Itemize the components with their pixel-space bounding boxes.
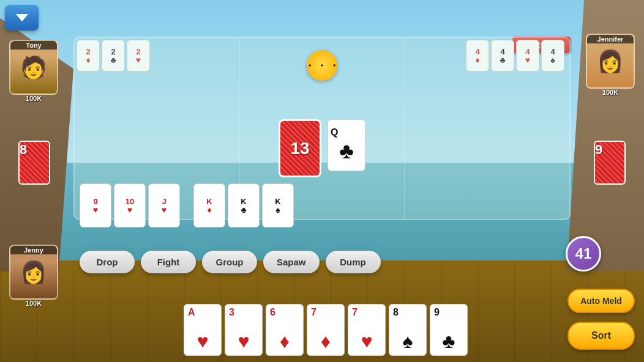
side-card-right: 9 [594,141,626,185]
player-jenny-panel: Jenny 👩 100K [9,245,58,307]
thinking-emoji: ・・・ [307,50,337,81]
side-card-left: 8 [18,141,50,185]
tony-avatar: Tony 🧑 [9,40,58,95]
drop-button[interactable]: Drop [80,251,135,273]
mid-cards-row: 9 ♥ 10 ♥ J ♥ K ♦ K ♣ K ♠ [80,183,294,227]
chevron-down-icon [13,12,31,24]
right-face-down-card[interactable]: 9 [594,141,626,185]
bottom-card-7d[interactable]: 7 ♦ [307,304,345,356]
mid-card-10h[interactable]: 10 ♥ [114,183,146,227]
tony-name: Tony [10,41,57,50]
sapaw-button[interactable]: Sapaw [263,251,320,273]
mid-card-jh[interactable]: J ♥ [148,183,180,227]
bottom-card-ah[interactable]: A ♥ [184,304,222,356]
dump-button[interactable]: Dump [326,251,381,273]
counter-badge: 41 [566,236,601,272]
jenny-money: 100K [26,300,42,307]
bottom-card-7h[interactable]: 7 ♥ [348,304,386,356]
counter-value: 41 [575,245,592,262]
fight-button[interactable]: Fight [141,251,196,273]
dropdown-button[interactable] [5,5,39,31]
mid-card-kc[interactable]: K ♣ [228,183,260,227]
jennifer-avatar: Jennifer 👩 [586,34,635,89]
bottom-card-8s[interactable]: 8 ♠ [389,304,427,356]
tony-money: 100K [26,95,42,102]
pile-number: 13 [290,139,309,158]
player-tony-panel: Tony 🧑 100K [9,40,58,102]
sort-button[interactable]: Sort [567,322,635,350]
bottom-hand: A ♥ 3 ♥ 6 ♦ 7 ♦ 7 ♥ 8 ♠ 9 ♣ [184,304,468,356]
right-card-number: 9 [595,142,602,157]
jennifer-money: 100K [602,89,618,96]
bottom-card-3h[interactable]: 3 ♥ [225,304,263,356]
queen-card[interactable]: Q ♣ [328,119,365,171]
play-zone-right [405,38,569,219]
group-button[interactable]: Group [202,251,257,273]
center-cards: 13 Q ♣ [279,119,365,177]
jennifer-name: Jennifer [587,35,634,43]
queen-suit: ♣ [339,138,354,164]
left-card-number: 8 [20,142,27,157]
left-face-down-card[interactable]: 8 [18,141,50,185]
player-jennifer-panel: Jennifer 👩 100K [586,34,635,96]
bottom-card-6d[interactable]: 6 ♦ [266,304,304,356]
mid-card-9h[interactable]: 9 ♥ [80,183,111,227]
auto-meld-button[interactable]: Auto Meld [567,289,635,313]
svg-marker-0 [16,14,28,21]
center-pile-card[interactable]: 13 [279,119,321,177]
bottom-card-9c[interactable]: 9 ♣ [430,304,468,356]
jenny-avatar: Jenny 👩 [9,245,58,300]
jenny-name: Jenny [10,246,57,254]
mid-card-ks[interactable]: K ♠ [262,183,294,227]
action-buttons-row: Drop Fight Group Sapaw Dump [80,251,381,273]
mid-card-kd[interactable]: K ♦ [193,183,225,227]
